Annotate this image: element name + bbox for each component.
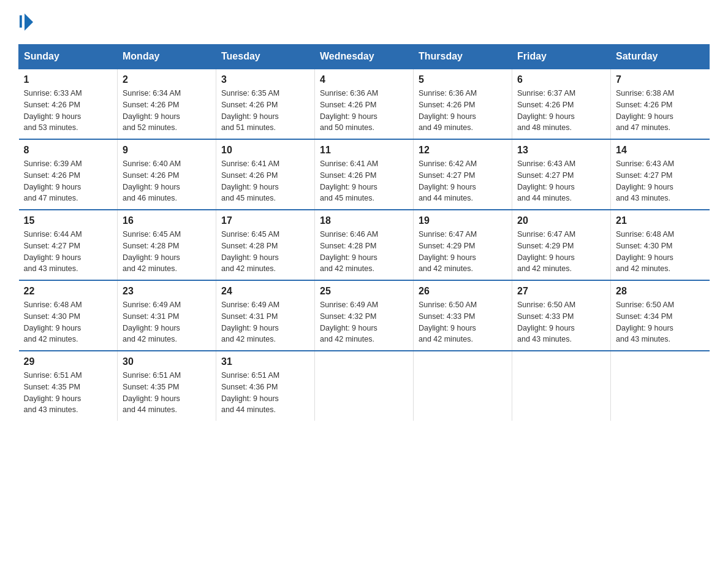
day-info: Sunrise: 6:48 AM Sunset: 4:30 PM Dayligh… <box>24 299 113 345</box>
header-cell-tuesday: Tuesday <box>216 45 315 69</box>
day-cell <box>512 351 611 421</box>
day-number: 20 <box>517 215 605 226</box>
calendar-body: 1 Sunrise: 6:33 AM Sunset: 4:26 PM Dayli… <box>19 69 710 421</box>
day-cell: 16 Sunrise: 6:45 AM Sunset: 4:28 PM Dayl… <box>118 210 216 280</box>
day-number: 12 <box>419 145 507 156</box>
header-cell-friday: Friday <box>512 45 611 69</box>
calendar-header: SundayMondayTuesdayWednesdayThursdayFrid… <box>19 45 710 69</box>
day-number: 6 <box>517 74 605 85</box>
week-row-2: 8 Sunrise: 6:39 AM Sunset: 4:26 PM Dayli… <box>19 139 710 210</box>
day-number: 2 <box>123 74 211 85</box>
day-number: 14 <box>616 145 705 156</box>
day-cell: 5 Sunrise: 6:36 AM Sunset: 4:26 PM Dayli… <box>414 69 512 139</box>
day-info: Sunrise: 6:50 AM Sunset: 4:34 PM Dayligh… <box>616 299 705 345</box>
day-number: 5 <box>419 74 507 85</box>
day-cell: 4 Sunrise: 6:36 AM Sunset: 4:26 PM Dayli… <box>315 69 414 139</box>
day-info: Sunrise: 6:51 AM Sunset: 4:35 PM Dayligh… <box>123 370 211 416</box>
day-number: 4 <box>320 74 408 85</box>
day-cell: 7 Sunrise: 6:38 AM Sunset: 4:26 PM Dayli… <box>611 69 710 139</box>
day-number: 13 <box>517 145 605 156</box>
day-cell <box>315 351 414 421</box>
day-cell: 14 Sunrise: 6:43 AM Sunset: 4:27 PM Dayl… <box>611 139 710 210</box>
week-row-3: 15 Sunrise: 6:44 AM Sunset: 4:27 PM Dayl… <box>19 210 710 280</box>
logo-blue-part: l <box>18 12 33 32</box>
day-cell: 15 Sunrise: 6:44 AM Sunset: 4:27 PM Dayl… <box>19 210 118 280</box>
day-info: Sunrise: 6:51 AM Sunset: 4:36 PM Dayligh… <box>221 370 309 416</box>
day-cell: 9 Sunrise: 6:40 AM Sunset: 4:26 PM Dayli… <box>118 139 216 210</box>
day-cell: 20 Sunrise: 6:47 AM Sunset: 4:29 PM Dayl… <box>512 210 611 280</box>
day-cell: 26 Sunrise: 6:50 AM Sunset: 4:33 PM Dayl… <box>414 280 512 351</box>
day-number: 23 <box>123 286 211 297</box>
day-cell: 30 Sunrise: 6:51 AM Sunset: 4:35 PM Dayl… <box>118 351 216 421</box>
header-cell-thursday: Thursday <box>414 45 512 69</box>
day-number: 17 <box>221 215 309 226</box>
day-number: 21 <box>616 215 705 226</box>
day-info: Sunrise: 6:47 AM Sunset: 4:29 PM Dayligh… <box>419 229 507 275</box>
day-number: 7 <box>616 74 705 85</box>
logo: l <box>18 12 33 32</box>
day-info: Sunrise: 6:49 AM Sunset: 4:31 PM Dayligh… <box>221 299 309 345</box>
header-cell-monday: Monday <box>118 45 216 69</box>
day-cell: 11 Sunrise: 6:41 AM Sunset: 4:26 PM Dayl… <box>315 139 414 210</box>
day-number: 22 <box>24 286 113 297</box>
day-number: 24 <box>221 286 309 297</box>
day-cell: 2 Sunrise: 6:34 AM Sunset: 4:26 PM Dayli… <box>118 69 216 139</box>
day-cell: 3 Sunrise: 6:35 AM Sunset: 4:26 PM Dayli… <box>216 69 315 139</box>
calendar-table: SundayMondayTuesdayWednesdayThursdayFrid… <box>18 44 710 421</box>
day-number: 11 <box>320 145 408 156</box>
day-cell: 6 Sunrise: 6:37 AM Sunset: 4:26 PM Dayli… <box>512 69 611 139</box>
day-info: Sunrise: 6:33 AM Sunset: 4:26 PM Dayligh… <box>24 88 113 134</box>
day-number: 18 <box>320 215 408 226</box>
day-cell: 21 Sunrise: 6:48 AM Sunset: 4:30 PM Dayl… <box>611 210 710 280</box>
day-cell: 8 Sunrise: 6:39 AM Sunset: 4:26 PM Dayli… <box>19 139 118 210</box>
day-info: Sunrise: 6:45 AM Sunset: 4:28 PM Dayligh… <box>123 229 211 275</box>
day-info: Sunrise: 6:47 AM Sunset: 4:29 PM Dayligh… <box>517 229 605 275</box>
day-number: 3 <box>221 74 309 85</box>
day-info: Sunrise: 6:45 AM Sunset: 4:28 PM Dayligh… <box>221 229 309 275</box>
week-row-4: 22 Sunrise: 6:48 AM Sunset: 4:30 PM Dayl… <box>19 280 710 351</box>
day-cell <box>414 351 512 421</box>
day-info: Sunrise: 6:40 AM Sunset: 4:26 PM Dayligh… <box>123 158 211 204</box>
day-info: Sunrise: 6:35 AM Sunset: 4:26 PM Dayligh… <box>221 88 309 134</box>
day-info: Sunrise: 6:50 AM Sunset: 4:33 PM Dayligh… <box>517 299 605 345</box>
day-info: Sunrise: 6:46 AM Sunset: 4:28 PM Dayligh… <box>320 229 408 275</box>
header-cell-saturday: Saturday <box>611 45 710 69</box>
day-number: 10 <box>221 145 309 156</box>
day-number: 25 <box>320 286 408 297</box>
day-cell: 10 Sunrise: 6:41 AM Sunset: 4:26 PM Dayl… <box>216 139 315 210</box>
day-number: 9 <box>123 145 211 156</box>
day-info: Sunrise: 6:38 AM Sunset: 4:26 PM Dayligh… <box>616 88 705 134</box>
day-number: 26 <box>419 286 507 297</box>
day-cell: 19 Sunrise: 6:47 AM Sunset: 4:29 PM Dayl… <box>414 210 512 280</box>
day-number: 16 <box>123 215 211 226</box>
day-cell <box>611 351 710 421</box>
week-row-1: 1 Sunrise: 6:33 AM Sunset: 4:26 PM Dayli… <box>19 69 710 139</box>
day-number: 28 <box>616 286 705 297</box>
day-info: Sunrise: 6:36 AM Sunset: 4:26 PM Dayligh… <box>419 88 507 134</box>
day-info: Sunrise: 6:36 AM Sunset: 4:26 PM Dayligh… <box>320 88 408 134</box>
day-info: Sunrise: 6:41 AM Sunset: 4:26 PM Dayligh… <box>221 158 309 204</box>
day-cell: 25 Sunrise: 6:49 AM Sunset: 4:32 PM Dayl… <box>315 280 414 351</box>
day-cell: 28 Sunrise: 6:50 AM Sunset: 4:34 PM Dayl… <box>611 280 710 351</box>
day-cell: 24 Sunrise: 6:49 AM Sunset: 4:31 PM Dayl… <box>216 280 315 351</box>
day-info: Sunrise: 6:49 AM Sunset: 4:31 PM Dayligh… <box>123 299 211 345</box>
day-info: Sunrise: 6:39 AM Sunset: 4:26 PM Dayligh… <box>24 158 113 204</box>
logo-arrow-icon <box>25 13 33 31</box>
day-number: 8 <box>24 145 113 156</box>
day-cell: 1 Sunrise: 6:33 AM Sunset: 4:26 PM Dayli… <box>19 69 118 139</box>
day-info: Sunrise: 6:48 AM Sunset: 4:30 PM Dayligh… <box>616 229 705 275</box>
day-info: Sunrise: 6:37 AM Sunset: 4:26 PM Dayligh… <box>517 88 605 134</box>
day-cell: 17 Sunrise: 6:45 AM Sunset: 4:28 PM Dayl… <box>216 210 315 280</box>
day-cell: 18 Sunrise: 6:46 AM Sunset: 4:28 PM Dayl… <box>315 210 414 280</box>
header-cell-sunday: Sunday <box>19 45 118 69</box>
day-info: Sunrise: 6:42 AM Sunset: 4:27 PM Dayligh… <box>419 158 507 204</box>
day-cell: 12 Sunrise: 6:42 AM Sunset: 4:27 PM Dayl… <box>414 139 512 210</box>
header-cell-wednesday: Wednesday <box>315 45 414 69</box>
day-number: 15 <box>24 215 113 226</box>
day-info: Sunrise: 6:49 AM Sunset: 4:32 PM Dayligh… <box>320 299 408 345</box>
day-number: 31 <box>221 356 309 367</box>
day-number: 1 <box>24 74 113 85</box>
day-cell: 27 Sunrise: 6:50 AM Sunset: 4:33 PM Dayl… <box>512 280 611 351</box>
page-header: l <box>18 12 710 32</box>
day-cell: 22 Sunrise: 6:48 AM Sunset: 4:30 PM Dayl… <box>19 280 118 351</box>
